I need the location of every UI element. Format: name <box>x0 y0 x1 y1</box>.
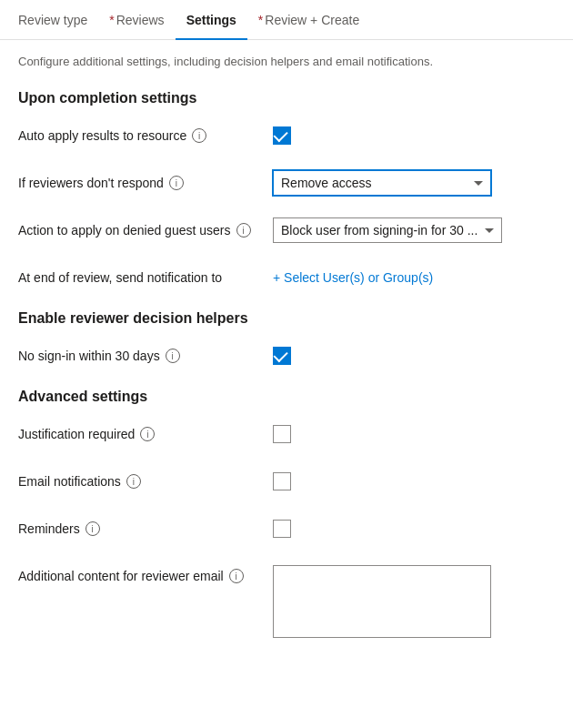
justification-info-icon[interactable]: i <box>140 427 155 441</box>
auto-apply-label: Auto apply results to resource i <box>18 128 273 143</box>
reviewers-respond-control: Remove access <box>273 170 555 196</box>
select-users-groups-link[interactable]: + Select User(s) or Group(s) <box>273 270 433 285</box>
send-notification-row: At end of review, send notification to +… <box>18 263 555 292</box>
action-denied-row: Action to apply on denied guest users i … <box>18 216 555 245</box>
email-notifications-row: Email notifications i <box>18 467 555 496</box>
no-signin-control <box>273 347 555 365</box>
reminders-label: Reminders i <box>18 521 273 536</box>
reviewers-respond-chevron-icon <box>474 181 483 186</box>
reviewers-respond-info-icon[interactable]: i <box>169 176 184 190</box>
reminders-control <box>273 520 555 538</box>
additional-content-textarea[interactable] <box>273 565 491 638</box>
action-denied-control: Block user from signing-in for 30 ... <box>273 217 555 243</box>
upon-completion-header: Upon completion settings <box>18 90 555 106</box>
email-notifications-checkbox[interactable] <box>273 472 291 490</box>
auto-apply-checkbox[interactable] <box>273 126 291 145</box>
action-denied-chevron-icon <box>485 228 494 233</box>
justification-row: Justification required i <box>18 420 555 449</box>
advanced-section: Advanced settings Justification required… <box>18 389 555 638</box>
auto-apply-row: Auto apply results to resource i <box>18 121 555 150</box>
reminders-info-icon[interactable]: i <box>85 521 100 536</box>
tab-review-type-label: Review type <box>18 13 87 27</box>
additional-content-info-icon[interactable]: i <box>229 569 244 583</box>
tab-reviews-label: Reviews <box>116 13 165 27</box>
tab-review-create[interactable]: *Review + Create <box>247 0 370 40</box>
send-notification-label: At end of review, send notification to <box>18 270 273 285</box>
justification-control <box>273 425 555 443</box>
action-denied-info-icon[interactable]: i <box>236 223 251 238</box>
email-notifications-info-icon[interactable]: i <box>126 474 141 489</box>
no-signin-checkbox[interactable] <box>273 347 291 365</box>
reminders-row: Reminders i <box>18 514 555 543</box>
main-content: Configure additional settings, including… <box>0 40 573 671</box>
reviewers-respond-dropdown[interactable]: Remove access <box>273 170 491 196</box>
no-signin-info-icon[interactable]: i <box>166 349 180 363</box>
reviewers-respond-label: If reviewers don't respond i <box>18 176 273 190</box>
tab-review-create-asterisk: * <box>258 13 263 27</box>
reviewers-respond-dropdown-value: Remove access <box>281 176 372 190</box>
advanced-header: Advanced settings <box>18 389 555 405</box>
no-signin-row: No sign-in within 30 days i <box>18 341 555 370</box>
tab-reviews[interactable]: *Reviews <box>98 0 175 40</box>
tab-bar: Review type *Reviews Settings *Review + … <box>0 0 573 40</box>
email-notifications-label: Email notifications i <box>18 474 273 489</box>
action-denied-dropdown[interactable]: Block user from signing-in for 30 ... <box>273 217 502 243</box>
additional-content-row: Additional content for reviewer email i <box>18 561 555 638</box>
tab-review-type[interactable]: Review type <box>7 0 98 40</box>
additional-content-label: Additional content for reviewer email i <box>18 565 273 583</box>
reviewers-respond-row: If reviewers don't respond i Remove acce… <box>18 168 555 197</box>
no-signin-label: No sign-in within 30 days i <box>18 349 273 363</box>
tab-settings[interactable]: Settings <box>176 0 247 40</box>
decision-helpers-header: Enable reviewer decision helpers <box>18 310 555 327</box>
email-notifications-control <box>273 472 555 490</box>
page-subtitle: Configure additional settings, including… <box>18 55 555 68</box>
justification-label: Justification required i <box>18 427 273 441</box>
tab-settings-label: Settings <box>186 13 236 27</box>
additional-content-control <box>273 565 555 638</box>
send-notification-control: + Select User(s) or Group(s) <box>273 270 555 285</box>
upon-completion-section: Upon completion settings Auto apply resu… <box>18 90 555 292</box>
tab-review-create-label: Review + Create <box>265 13 359 27</box>
justification-checkbox[interactable] <box>273 425 291 443</box>
auto-apply-info-icon[interactable]: i <box>192 128 206 143</box>
action-denied-label: Action to apply on denied guest users i <box>18 223 273 238</box>
action-denied-dropdown-value: Block user from signing-in for 30 ... <box>281 223 478 238</box>
decision-helpers-section: Enable reviewer decision helpers No sign… <box>18 310 555 370</box>
tab-reviews-asterisk: * <box>109 13 114 27</box>
reminders-checkbox[interactable] <box>273 520 291 538</box>
auto-apply-control <box>273 126 555 145</box>
